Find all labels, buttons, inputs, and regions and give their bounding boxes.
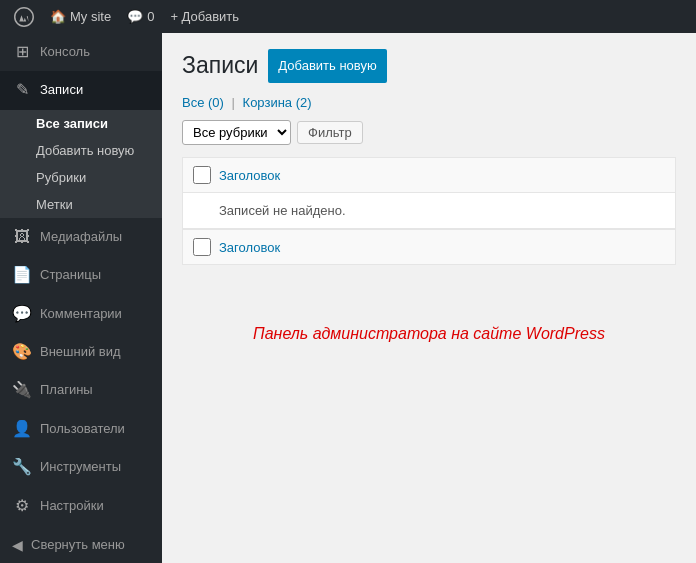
sidebar-item-label-posts: Записи (40, 81, 83, 99)
sidebar-item-comments[interactable]: 💬 Комментарии (0, 295, 162, 333)
submenu-add-new-post[interactable]: Добавить новую (0, 137, 162, 164)
media-icon: 🖼 (12, 226, 32, 248)
submenu-categories[interactable]: Рубрики (0, 164, 162, 191)
site-name-label: My site (70, 9, 111, 24)
add-new-label: + Добавить (170, 9, 239, 24)
posts-submenu: Все записи Добавить новую Рубрики Метки (0, 110, 162, 218)
no-items-row: Записей не найдено. (183, 193, 675, 229)
sidebar: ⊞ Консоль ✎ Записи Все записи Добавить н… (0, 33, 162, 563)
sidebar-item-label-dashboard: Консоль (40, 43, 90, 61)
wp-logo-button[interactable] (6, 0, 42, 33)
plugins-icon: 🔌 (12, 379, 32, 401)
pages-icon: 📄 (12, 264, 32, 286)
comments-sidebar-icon: 💬 (12, 303, 32, 325)
submenu-all-posts[interactable]: Все записи (0, 110, 162, 137)
home-icon: 🏠 (50, 9, 66, 24)
submenu-tags[interactable]: Метки (0, 191, 162, 218)
filter-all-link[interactable]: Все (0) (182, 95, 228, 110)
filter-separator: | (232, 95, 235, 110)
page-header: Записи Добавить новую (182, 49, 676, 83)
tools-icon: 🔧 (12, 456, 32, 478)
table-footer-row: Заголовок (183, 229, 675, 264)
no-items-message: Записей не найдено. (219, 203, 346, 218)
collapse-menu-button[interactable]: ◀ Свернуть меню (0, 529, 162, 561)
collapse-icon: ◀ (12, 537, 23, 553)
sidebar-item-settings[interactable]: ⚙ Настройки (0, 487, 162, 525)
select-all-checkbox[interactable] (193, 166, 211, 184)
admin-watermark: Панель администратора на сайте WordPress (182, 325, 676, 343)
settings-icon: ⚙ (12, 495, 32, 517)
sidebar-item-posts[interactable]: ✎ Записи (0, 71, 162, 109)
layout: ⊞ Консоль ✎ Записи Все записи Добавить н… (0, 33, 696, 563)
filter-tabs: Все (0) | Корзина (2) (182, 95, 676, 110)
filter-trash-link[interactable]: Корзина (2) (243, 95, 312, 110)
sidebar-item-label-appearance: Внешний вид (40, 343, 121, 361)
title-column-header-link[interactable]: Заголовок (219, 168, 280, 183)
admin-bar: 🏠 My site 💬 0 + Добавить (0, 0, 696, 33)
category-filter-select[interactable]: Все рубрики (182, 120, 291, 145)
comments-icon: 💬 (127, 9, 143, 24)
select-all-footer-checkbox[interactable] (193, 238, 211, 256)
sidebar-item-label-pages: Страницы (40, 266, 101, 284)
sidebar-item-label-comments: Комментарии (40, 305, 122, 323)
sidebar-item-users[interactable]: 👤 Пользователи (0, 410, 162, 448)
sidebar-item-label-tools: Инструменты (40, 458, 121, 476)
filter-bar: Все рубрики Фильтр (182, 120, 676, 145)
add-new-post-button[interactable]: Добавить новую (268, 49, 386, 83)
main-content: Записи Добавить новую Все (0) | Корзина … (162, 33, 696, 563)
page-title: Записи (182, 51, 258, 81)
sidebar-item-plugins[interactable]: 🔌 Плагины (0, 371, 162, 409)
add-new-button[interactable]: + Добавить (162, 0, 247, 33)
appearance-icon: 🎨 (12, 341, 32, 363)
dashboard-icon: ⊞ (12, 41, 32, 63)
comments-button[interactable]: 💬 0 (119, 0, 162, 33)
sidebar-item-label-settings: Настройки (40, 497, 104, 515)
title-column-footer-link[interactable]: Заголовок (219, 240, 280, 255)
table-header-row: Заголовок (183, 158, 675, 193)
sidebar-item-appearance[interactable]: 🎨 Внешний вид (0, 333, 162, 371)
posts-table: Заголовок Записей не найдено. Заголовок (182, 157, 676, 265)
users-icon: 👤 (12, 418, 32, 440)
sidebar-item-media[interactable]: 🖼 Медиафайлы (0, 218, 162, 256)
site-name-button[interactable]: 🏠 My site (42, 0, 119, 33)
sidebar-item-label-plugins: Плагины (40, 381, 93, 399)
sidebar-item-label-media: Медиафайлы (40, 228, 122, 246)
filter-button[interactable]: Фильтр (297, 121, 363, 144)
collapse-menu-label: Свернуть меню (31, 537, 125, 552)
posts-icon: ✎ (12, 79, 32, 101)
comments-badge: 0 (147, 9, 154, 24)
sidebar-item-label-users: Пользователи (40, 420, 125, 438)
sidebar-item-dashboard[interactable]: ⊞ Консоль (0, 33, 162, 71)
sidebar-item-tools[interactable]: 🔧 Инструменты (0, 448, 162, 486)
sidebar-item-pages[interactable]: 📄 Страницы (0, 256, 162, 294)
